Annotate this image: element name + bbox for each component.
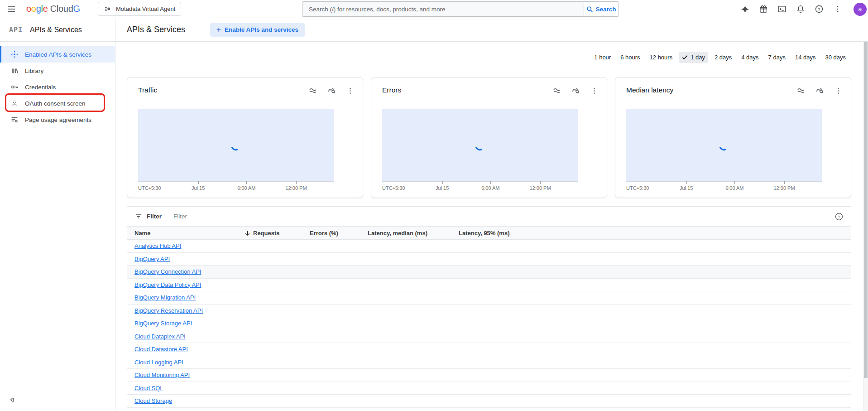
x-tick-label: Jul 15 (436, 185, 449, 191)
project-icon (104, 5, 111, 13)
axis-tick (296, 181, 297, 184)
api-link[interactable]: BigQuery Data Policy API (134, 281, 201, 288)
collapse-sidebar-icon[interactable] (7, 394, 18, 405)
explore-chart-icon[interactable] (815, 86, 824, 95)
axis-tick (246, 181, 247, 184)
x-tick-label: 12:00 PM (530, 185, 551, 191)
time-range-label: 1 day (691, 54, 705, 61)
sidebar-item-key[interactable]: Credentials (0, 79, 115, 95)
explore-chart-icon[interactable] (571, 86, 580, 95)
api-link[interactable]: BigQuery Storage API (134, 320, 192, 327)
axis-tick (540, 181, 541, 184)
api-product-logo: API (9, 26, 23, 34)
smoothed-lines-icon[interactable] (308, 86, 317, 95)
check-icon (682, 54, 688, 60)
time-range-option[interactable]: 1 hour (591, 52, 614, 63)
axis-tick (198, 181, 199, 184)
hamburger-menu-icon[interactable] (6, 4, 17, 15)
time-range-option[interactable]: 4 days (738, 52, 762, 63)
time-range-label: 7 days (768, 54, 786, 61)
time-range-label: 6 hours (620, 54, 640, 61)
x-tick-label: Jul 15 (680, 185, 693, 191)
notifications-bell-icon[interactable] (795, 4, 806, 15)
column-header-latency-95[interactable]: Latency, 95% (ms) (459, 230, 851, 237)
timezone-label: UTC+5:30 (382, 185, 405, 191)
column-header-latency-median[interactable]: Latency, median (ms) (368, 230, 459, 237)
vertical-scrollbar[interactable] (863, 42, 868, 411)
help-icon[interactable]: ? (814, 4, 825, 15)
axis-tick (734, 181, 735, 184)
table-row: Cloud Datastore API (127, 343, 851, 356)
enable-apis-button[interactable]: + Enable APIs and services (210, 23, 305, 37)
api-link[interactable]: Cloud Dataplex API (134, 333, 186, 340)
sidebar-item-label: Enabled APIs & services (25, 51, 91, 58)
sidebar-item-label: Page usage agreements (25, 116, 91, 123)
time-range-option[interactable]: 2 days (711, 52, 735, 63)
sidebar-item-label: Library (25, 68, 43, 74)
sidebar-item-icon (10, 50, 19, 58)
gift-icon[interactable] (758, 4, 769, 15)
api-link[interactable]: Cloud Datastore API (134, 346, 188, 353)
time-range-option[interactable]: 6 hours (617, 52, 643, 63)
sidebar-nav: Enabled APIs & services Library Credenti… (0, 42, 115, 411)
chart-more-options-icon[interactable] (345, 86, 355, 95)
chart-plot-area (626, 109, 822, 182)
smoothed-lines-icon[interactable] (796, 86, 806, 95)
smoothed-lines-icon[interactable] (552, 86, 561, 95)
chart-more-options-icon[interactable] (590, 86, 599, 95)
api-link[interactable]: Cloud Storage (134, 397, 172, 404)
time-range-option[interactable]: 12 hours (647, 52, 676, 63)
table-row: Cloud Storage (127, 395, 851, 408)
sidebar-item-enabled-apis[interactable]: Enabled APIs & services (0, 46, 115, 63)
api-link[interactable]: BigQuery API (134, 256, 170, 262)
api-link[interactable]: Cloud Logging API (134, 359, 183, 366)
search-input[interactable] (302, 1, 584, 17)
x-tick-label: 12:00 PM (286, 185, 307, 191)
filter-label: Filter (147, 213, 162, 220)
time-range-option[interactable]: 14 days (792, 52, 819, 63)
logo-letter: g (36, 4, 41, 14)
more-vertical-icon[interactable] (832, 4, 843, 15)
column-header-name[interactable]: Name (127, 230, 244, 237)
chart-plot-area (138, 109, 334, 182)
chart-card: Median latency UTC+5:30 Jul 15 6:00 AM (615, 77, 851, 198)
search-button[interactable]: Search (584, 1, 619, 17)
sidebar-item-library[interactable]: Library (0, 63, 115, 79)
filter-input[interactable] (173, 213, 309, 220)
column-header-errors[interactable]: Errors (%) (310, 230, 368, 237)
column-header-requests[interactable]: Requests (244, 230, 310, 237)
time-range-option[interactable]: 1 day (679, 52, 708, 63)
x-axis-labels: UTC+5:30 Jul 15 6:00 AM 12:00 PM (382, 185, 578, 192)
table-row: Cloud SQL (127, 382, 851, 395)
table-row: Cloud Logging API (127, 356, 851, 369)
x-axis-labels: UTC+5:30 Jul 15 6:00 AM 12:00 PM (626, 185, 822, 192)
sidebar-item-oauth[interactable]: OAuth consent screen (0, 95, 115, 111)
explore-chart-icon[interactable] (327, 86, 336, 95)
filter-funnel-icon (134, 213, 142, 220)
project-selector-button[interactable]: Motadata Virtual Agent (98, 2, 181, 16)
chart-more-options-icon[interactable] (834, 86, 843, 95)
google-cloud-logo[interactable]: oogle CloudG (26, 4, 80, 14)
gemini-sparkle-icon[interactable] (739, 4, 750, 15)
api-link[interactable]: BigQuery Connection API (134, 268, 201, 275)
api-link[interactable]: Analytics Hub API (134, 242, 181, 249)
x-tick-label: 6:00 AM (481, 185, 499, 191)
sidebar-item-agreements[interactable]: Page usage agreements (0, 111, 115, 128)
scrollbar-thumb[interactable] (864, 42, 868, 378)
api-link[interactable]: Cloud Monitoring API (134, 372, 190, 378)
api-link[interactable]: BigQuery Migration API (134, 294, 196, 301)
sidebar-item-icon (10, 99, 19, 107)
loading-spinner (717, 138, 731, 153)
api-link[interactable]: Cloud SQL (134, 385, 163, 392)
time-range-option[interactable]: 7 days (765, 52, 789, 63)
loading-spinner (473, 138, 487, 153)
time-range-label: 14 days (795, 54, 816, 61)
chart-card: Errors UTC+5:30 Jul 15 6:00 AM 12:00 P (371, 77, 607, 198)
table-body: Analytics Hub API BigQuery API BigQuery … (127, 240, 851, 408)
logo-letter: e (43, 4, 48, 14)
avatar[interactable]: a (854, 3, 867, 16)
api-link[interactable]: BigQuery Reservation API (134, 307, 203, 314)
cloud-shell-icon[interactable] (777, 4, 787, 15)
table-help-icon[interactable]: ? (834, 212, 844, 221)
time-range-option[interactable]: 30 days (822, 52, 849, 63)
